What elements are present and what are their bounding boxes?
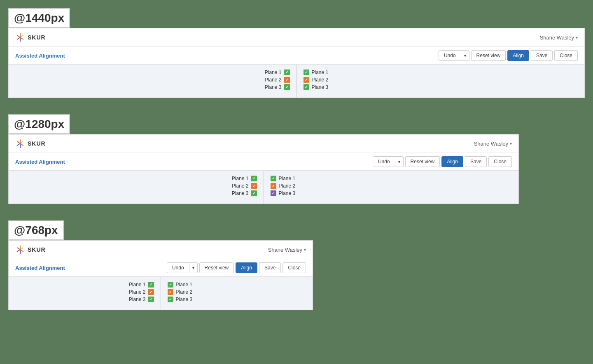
reset-view-button-1440[interactable]: Reset view [471, 50, 506, 61]
left-plane-2-1280[interactable]: Plane 2 ✓ [232, 183, 257, 189]
content-1440: Plane 1 ✓ Plane 2 ✓ Plane 3 ✓ ✓ Plane 1 [9, 65, 584, 97]
left-plane-1-label-768: Plane 1 [129, 282, 146, 287]
right-plane-2-checkbox-1280[interactable]: ✓ [271, 183, 276, 189]
align-button-768[interactable]: Align [236, 262, 257, 273]
right-plane-3-1280[interactable]: ✓ Plane 3 [271, 190, 512, 196]
right-plane-1-768[interactable]: ✓ Plane 1 [168, 282, 306, 287]
page-title-768: Assisted Alignment [15, 265, 65, 271]
reset-view-button-768[interactable]: Reset view [199, 262, 234, 273]
toolbar-1440: Assisted Alignment Undo ▾ Reset view Ali… [9, 47, 584, 65]
chevron-down-icon-768: ▾ [304, 248, 306, 252]
undo-group-1440: Undo ▾ [439, 50, 469, 61]
checkmark-icon: ✓ [272, 184, 275, 188]
right-plane-3-checkbox-1280[interactable]: ✓ [271, 190, 276, 196]
toolbar-1280: Assisted Alignment Undo ▾ Reset view Ali… [9, 153, 518, 171]
left-plane-3-label-1280: Plane 3 [232, 190, 249, 196]
user-menu-1280[interactable]: Shane Wasley ▾ [474, 141, 512, 147]
checkmark-icon: ✓ [149, 290, 153, 294]
skur-logo-icon-768 [15, 245, 25, 255]
page-title-1280: Assisted Alignment [15, 159, 65, 165]
left-plane-3[interactable]: Plane 3 ✓ [265, 84, 290, 90]
checkmark-icon: ✓ [252, 184, 256, 188]
right-plane-1-checkbox[interactable]: ✓ [304, 70, 309, 75]
toolbar-768: Assisted Alignment Undo ▾ Reset view Ali… [9, 259, 313, 277]
right-plane-2-checkbox-768[interactable]: ✓ [168, 289, 173, 295]
right-plane-1-checkbox-1280[interactable]: ✓ [271, 176, 276, 181]
left-plane-3-label-768: Plane 3 [129, 297, 146, 302]
undo-button-1440[interactable]: Undo [439, 50, 461, 61]
left-plane-1-checkbox[interactable]: ✓ [284, 70, 290, 75]
right-plane-1-checkbox-768[interactable]: ✓ [168, 282, 173, 287]
left-plane-2-checkbox[interactable]: ✓ [284, 77, 290, 83]
left-plane-1-checkbox-1280[interactable]: ✓ [251, 176, 257, 181]
left-plane-2-label-1280: Plane 2 [232, 183, 249, 189]
left-plane-2-768[interactable]: Plane 2 ✓ [129, 289, 154, 295]
left-plane-2-checkbox-1280[interactable]: ✓ [251, 183, 257, 189]
ui-container-1280: SKUR Shane Wasley ▾ Assisted Alignment U… [8, 134, 519, 204]
right-plane-2-checkbox[interactable]: ✓ [304, 77, 309, 83]
undo-dropdown-1440[interactable]: ▾ [461, 50, 469, 61]
right-plane-2-768[interactable]: ✓ Plane 2 [168, 289, 306, 295]
checkmark-icon: ✓ [149, 283, 153, 287]
undo-dropdown-768[interactable]: ▾ [189, 262, 198, 273]
close-button-1280[interactable]: Close [488, 156, 512, 167]
left-plane-1[interactable]: Plane 1 ✓ [265, 70, 290, 75]
left-plane-3-checkbox-768[interactable]: ✓ [148, 297, 154, 302]
breakpoint-label-1440: @1440px [8, 8, 70, 28]
user-menu-768[interactable]: Shane Wasley ▾ [268, 247, 306, 253]
user-menu-1440[interactable]: Shane Wasley ▾ [540, 35, 578, 41]
undo-button-1280[interactable]: Undo [373, 156, 395, 167]
right-plane-3-checkbox-768[interactable]: ✓ [168, 297, 173, 302]
right-plane-3-768[interactable]: ✓ Plane 3 [168, 297, 306, 302]
left-plane-3-checkbox-1280[interactable]: ✓ [251, 190, 257, 196]
left-plane-2[interactable]: Plane 2 ✓ [265, 77, 290, 83]
right-plane-3-checkbox[interactable]: ✓ [304, 84, 309, 90]
align-button-1440[interactable]: Align [507, 50, 529, 61]
chevron-down-icon-1440: ▾ [576, 35, 578, 40]
left-plane-3-1280[interactable]: Plane 3 ✓ [232, 190, 257, 196]
right-plane-1-1280[interactable]: ✓ Plane 1 [271, 176, 512, 181]
checkmark-icon: ✓ [252, 191, 256, 195]
save-button-768[interactable]: Save [259, 262, 281, 273]
right-plane-3[interactable]: ✓ Plane 3 [304, 84, 578, 90]
left-plane-2-checkbox-768[interactable]: ✓ [148, 289, 154, 295]
undo-button-768[interactable]: Undo [167, 262, 189, 273]
left-plane-3-label: Plane 3 [265, 84, 282, 90]
right-plane-1-label-768: Plane 1 [176, 282, 193, 287]
section-1440: @1440px SKUR Shane Wasley ▾ [8, 8, 585, 98]
left-plane-3-checkbox[interactable]: ✓ [284, 84, 290, 90]
save-button-1280[interactable]: Save [465, 156, 487, 167]
left-plane-1-1280[interactable]: Plane 1 ✓ [232, 176, 257, 181]
section-768: @768px SKUR Shane Wasley ▾ [8, 220, 585, 310]
right-plane-2[interactable]: ✓ Plane 2 [304, 77, 578, 83]
ui-container-768: SKUR Shane Wasley ▾ Assisted Alignment U… [8, 240, 313, 310]
logo-area-768: SKUR [15, 245, 46, 255]
logo-text-768: SKUR [28, 246, 46, 253]
checkmark-icon: ✓ [305, 78, 308, 82]
left-plane-1-checkbox-768[interactable]: ✓ [148, 282, 154, 287]
left-plane-1-label: Plane 1 [265, 70, 282, 75]
undo-group-1280: Undo ▾ [373, 156, 404, 167]
checkmark-icon: ✓ [305, 70, 308, 74]
ui-container-1440: SKUR Shane Wasley ▾ Assisted Alignment U… [8, 28, 585, 98]
right-plane-2-1280[interactable]: ✓ Plane 2 [271, 183, 512, 189]
right-plane-1-label-1280: Plane 1 [279, 176, 296, 181]
left-plane-1-768[interactable]: Plane 1 ✓ [129, 282, 154, 287]
user-name-1440: Shane Wasley [540, 35, 574, 41]
close-button-1440[interactable]: Close [554, 50, 578, 61]
content-left-768: Plane 1 ✓ Plane 2 ✓ Plane 3 ✓ [9, 277, 161, 310]
page-title-1440: Assisted Alignment [15, 53, 65, 59]
undo-dropdown-1280[interactable]: ▾ [395, 156, 404, 167]
skur-logo-icon-1280 [15, 139, 25, 148]
align-button-1280[interactable]: Align [441, 156, 463, 167]
reset-view-button-1280[interactable]: Reset view [405, 156, 440, 167]
checkmark-icon: ✓ [272, 176, 275, 181]
checkmark-icon: ✓ [285, 70, 289, 74]
close-button-768[interactable]: Close [282, 262, 306, 273]
left-plane-3-768[interactable]: Plane 3 ✓ [129, 297, 154, 302]
toolbar-actions-1440: Undo ▾ Reset view Align Save Close [439, 50, 578, 61]
save-button-1440[interactable]: Save [531, 50, 553, 61]
right-plane-1[interactable]: ✓ Plane 1 [304, 70, 578, 75]
toolbar-actions-768: Undo ▾ Reset view Align Save Close [167, 262, 306, 273]
header-1280: SKUR Shane Wasley ▾ [9, 134, 518, 153]
